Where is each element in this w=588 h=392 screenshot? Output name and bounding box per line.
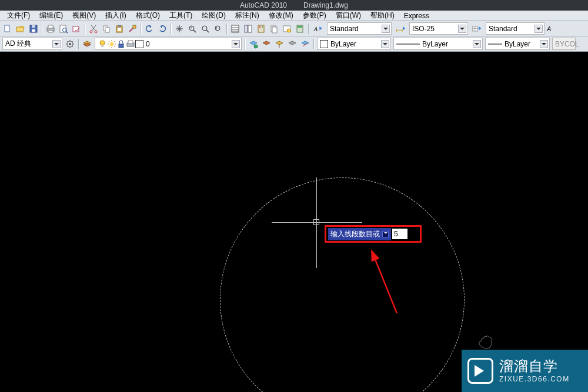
dimstyle-select[interactable]: ISO-25	[409, 22, 468, 35]
layerstate-icon[interactable]	[247, 38, 260, 51]
linetype-select[interactable]: ByLayer	[393, 38, 483, 50]
svg-point-50	[100, 41, 105, 45]
svg-line-59	[114, 41, 115, 42]
menu-dimension[interactable]: 标注(N)	[230, 11, 264, 21]
workspace-gear-icon[interactable]	[64, 38, 76, 51]
cursor-ghost-icon	[474, 333, 500, 351]
menu-edit[interactable]: 编辑(E)	[35, 11, 68, 21]
watermark: 溜溜自学 ZIXUE.3D66.COM	[462, 350, 588, 392]
zoom-realtime-icon[interactable]: +	[186, 22, 199, 35]
menu-format[interactable]: 格式(O)	[131, 11, 165, 21]
svg-rect-2	[32, 29, 35, 32]
zoom-prev-icon[interactable]	[212, 22, 225, 35]
svg-rect-31	[258, 25, 264, 32]
svg-point-49	[69, 43, 71, 45]
menu-param[interactable]: 参数(P)	[298, 11, 331, 21]
watermark-title: 溜溜自学	[499, 359, 570, 374]
svg-text:+: +	[190, 26, 192, 30]
publish-icon[interactable]	[70, 22, 83, 35]
svg-rect-29	[245, 25, 248, 32]
layer-select[interactable]: 0	[95, 38, 242, 50]
watermark-url: ZIXUE.3D66.COM	[499, 376, 570, 383]
matchprop-icon[interactable]	[126, 22, 139, 35]
layeriso-icon[interactable]	[260, 38, 273, 51]
layerfreeze-icon[interactable]	[273, 38, 286, 51]
svg-line-23	[206, 30, 209, 32]
style-more-icon[interactable]: A	[546, 22, 554, 35]
designcenter-icon[interactable]	[242, 22, 255, 35]
copy-icon[interactable]	[100, 22, 113, 35]
menu-insert[interactable]: 插入(I)	[101, 11, 131, 21]
layermatch-icon[interactable]	[299, 38, 312, 51]
drawing-canvas[interactable]: 输入线段数目或 5 溜溜自学 ZIXUE.3D66.COM	[0, 52, 588, 392]
svg-line-58	[114, 46, 115, 47]
layeroff-icon[interactable]	[286, 38, 299, 51]
tablestyle-value: Standard	[489, 25, 517, 33]
menu-file[interactable]: 文件(F)	[2, 11, 35, 21]
textstyle-icon[interactable]: A	[310, 22, 326, 35]
zoom-window-icon[interactable]	[199, 22, 212, 35]
menu-draw[interactable]: 绘图(D)	[197, 11, 230, 21]
tablestyle-icon[interactable]	[469, 22, 485, 35]
color-select[interactable]: ByLayer	[317, 38, 391, 50]
dimstyle-value: ISO-25	[412, 25, 435, 33]
workspace-value: AD 经典	[5, 39, 31, 49]
plotstyle-select[interactable]: BYCOL	[552, 38, 576, 50]
sheetset-icon[interactable]	[268, 22, 280, 35]
dynamic-prompt: 输入线段数目或	[328, 228, 391, 240]
toolbar-layers: AD 经典 0 ByLayer ByLayer ByLayer BYCOL	[0, 36, 588, 52]
menu-tools[interactable]: 工具(T)	[165, 11, 197, 21]
svg-rect-35	[272, 27, 277, 33]
dynamic-input-highlight: 输入线段数目或 5	[325, 225, 422, 243]
svg-rect-51	[101, 45, 103, 47]
svg-text:A: A	[313, 26, 318, 32]
dynamic-input-field[interactable]: 5	[392, 229, 407, 239]
menu-express[interactable]: Express	[399, 12, 434, 20]
dimstyle-icon[interactable]	[393, 22, 408, 35]
svg-rect-0	[5, 25, 9, 32]
preview-icon[interactable]	[57, 22, 70, 35]
svg-point-22	[202, 26, 207, 31]
properties-icon[interactable]	[229, 22, 242, 35]
svg-point-64	[254, 45, 258, 48]
title-bar: AutoCAD 2010 Drawing1.dwg	[0, 0, 588, 11]
lineweight-value: ByLayer	[505, 40, 530, 48]
paste-icon[interactable]	[113, 22, 126, 35]
pan-icon[interactable]	[173, 22, 186, 35]
cut-icon[interactable]	[87, 22, 100, 35]
plotstyle-value: BYCOL	[555, 40, 579, 48]
undo-icon[interactable]	[143, 22, 156, 35]
prompt-dropdown-icon[interactable]	[382, 231, 389, 237]
print-icon[interactable]	[44, 22, 57, 35]
plot-icon	[126, 39, 135, 49]
svg-rect-32	[259, 26, 260, 28]
svg-line-57	[109, 41, 110, 42]
svg-rect-33	[262, 26, 263, 28]
toolbar-standard: + A Standard ISO-25 Standard A	[0, 21, 588, 36]
tablestyle-select[interactable]: Standard	[486, 22, 544, 35]
new-icon[interactable]	[1, 22, 14, 35]
svg-rect-5	[48, 25, 53, 28]
dynamic-prompt-text: 输入线段数目或	[330, 229, 380, 239]
lineweight-select[interactable]: ByLayer	[485, 38, 550, 50]
redo-icon[interactable]	[156, 22, 169, 35]
bulb-icon	[98, 39, 107, 49]
textstyle-value: Standard	[330, 25, 359, 33]
calc-icon[interactable]	[293, 22, 306, 35]
svg-rect-17	[118, 28, 121, 31]
save-icon[interactable]	[27, 22, 40, 35]
menu-view[interactable]: 视图(V)	[68, 11, 101, 21]
sun-icon	[107, 39, 116, 49]
svg-rect-39	[298, 26, 302, 28]
markup-icon[interactable]	[280, 22, 293, 35]
menu-window[interactable]: 窗口(W)	[331, 11, 366, 21]
workspace-select[interactable]: AD 经典	[2, 38, 62, 50]
menu-modify[interactable]: 修改(M)	[264, 11, 298, 21]
app-name: AutoCAD 2010	[240, 1, 287, 9]
open-icon[interactable]	[14, 22, 27, 35]
toolpalette-icon[interactable]	[255, 22, 268, 35]
menu-help[interactable]: 帮助(H)	[366, 11, 399, 21]
svg-line-60	[109, 46, 110, 47]
textstyle-select[interactable]: Standard	[327, 22, 392, 35]
layerprops-icon[interactable]	[81, 38, 93, 51]
